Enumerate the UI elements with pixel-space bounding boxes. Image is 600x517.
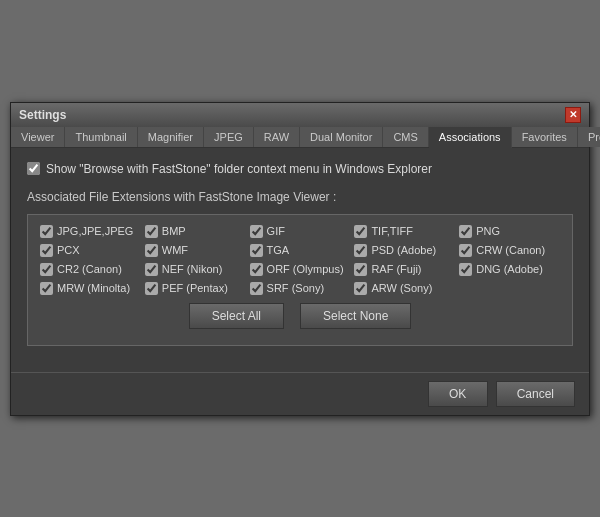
ext-orf[interactable]: ORF (Olympus) (250, 263, 351, 276)
tab-favorites[interactable]: Favorites (512, 127, 578, 147)
tab-viewer[interactable]: Viewer (11, 127, 65, 147)
ext-cr2[interactable]: CR2 (Canon) (40, 263, 141, 276)
ok-button[interactable]: OK (428, 381, 488, 407)
section-label: Associated File Extensions with FastSton… (27, 190, 573, 204)
ext-crw[interactable]: CRW (Canon) (459, 244, 560, 257)
tab-bar: Viewer Thumbnail Magnifier JPEG RAW Dual… (11, 127, 589, 148)
action-buttons-row: Select All Select None (40, 303, 560, 329)
ext-jpg[interactable]: JPG,JPE,JPEG (40, 225, 141, 238)
tab-associations[interactable]: Associations (429, 127, 512, 148)
ext-mrw[interactable]: MRW (Minolta) (40, 282, 141, 295)
extensions-grid: JPG,JPE,JPEG BMP GIF TIF,TIFF PNG PCX (40, 225, 560, 295)
ext-bmp[interactable]: BMP (145, 225, 246, 238)
settings-window: Settings ✕ Viewer Thumbnail Magnifier JP… (10, 102, 590, 416)
ext-tga[interactable]: TGA (250, 244, 351, 257)
tab-cms[interactable]: CMS (383, 127, 428, 147)
ext-raf[interactable]: RAF (Fuji) (354, 263, 455, 276)
ext-png[interactable]: PNG (459, 225, 560, 238)
footer: OK Cancel (11, 372, 589, 415)
ext-pcx[interactable]: PCX (40, 244, 141, 257)
ext-arw[interactable]: ARW (Sony) (354, 282, 455, 295)
ext-nef[interactable]: NEF (Nikon) (145, 263, 246, 276)
ext-dng[interactable]: DNG (Adobe) (459, 263, 560, 276)
ext-psd[interactable]: PSD (Adobe) (354, 244, 455, 257)
show-browse-label: Show "Browse with FastStone" folder cont… (46, 162, 432, 176)
file-extensions-panel: JPG,JPE,JPEG BMP GIF TIF,TIFF PNG PCX (27, 214, 573, 346)
show-browse-row: Show "Browse with FastStone" folder cont… (27, 162, 573, 176)
show-browse-checkbox[interactable] (27, 162, 40, 175)
close-button[interactable]: ✕ (565, 107, 581, 123)
ext-placeholder (459, 282, 560, 295)
window-title: Settings (19, 108, 66, 122)
tab-jpeg[interactable]: JPEG (204, 127, 254, 147)
ext-tif[interactable]: TIF,TIFF (354, 225, 455, 238)
tab-raw[interactable]: RAW (254, 127, 300, 147)
tab-magnifier[interactable]: Magnifier (138, 127, 204, 147)
ext-pef[interactable]: PEF (Pentax) (145, 282, 246, 295)
tab-thumbnail[interactable]: Thumbnail (65, 127, 137, 147)
title-bar: Settings ✕ (11, 103, 589, 127)
tab-programs[interactable]: Programs (578, 127, 600, 147)
ext-wmf[interactable]: WMF (145, 244, 246, 257)
select-all-button[interactable]: Select All (189, 303, 284, 329)
ext-gif[interactable]: GIF (250, 225, 351, 238)
ext-srf[interactable]: SRF (Sony) (250, 282, 351, 295)
cancel-button[interactable]: Cancel (496, 381, 575, 407)
content-area: Show "Browse with FastStone" folder cont… (11, 148, 589, 372)
tab-dual-monitor[interactable]: Dual Monitor (300, 127, 383, 147)
select-none-button[interactable]: Select None (300, 303, 411, 329)
